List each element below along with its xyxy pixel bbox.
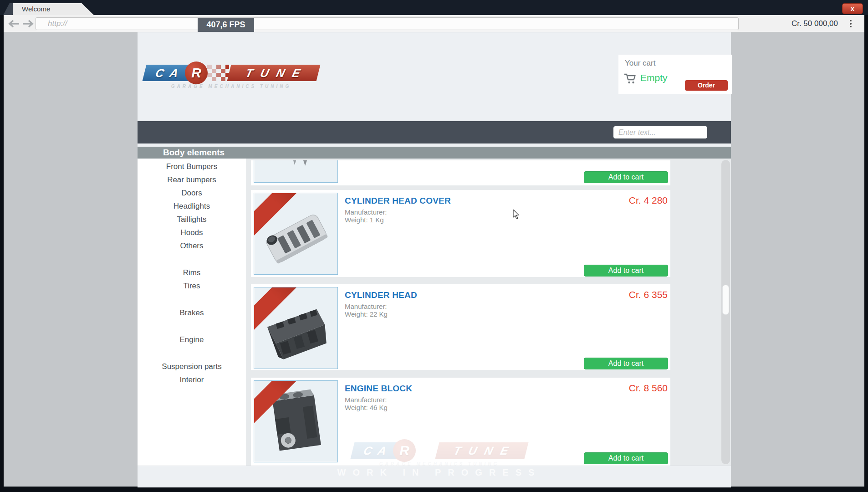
product-price: Cr. 8 560 (629, 383, 668, 394)
logo-emblem-circle: R (185, 62, 208, 84)
category-sidebar: Front Bumpers Rear bumpers Doors Headlig… (138, 159, 246, 466)
search-input[interactable] (613, 126, 707, 138)
product-card: CYLINDER HEAD COVER Cr. 4 280 Manufactur… (251, 190, 670, 277)
product-image[interactable] (254, 380, 338, 462)
sidebar-item-headlights[interactable]: Headlights (138, 200, 246, 213)
product-price: Cr. 6 355 (629, 289, 668, 300)
back-arrow-icon[interactable] (7, 20, 20, 28)
product-image[interactable] (254, 160, 338, 183)
cart-status: Empty (640, 72, 668, 83)
sidebar-item-doors[interactable]: Doors (138, 186, 246, 200)
logo-subtitle: GARAGE MECHANICS TUNING (143, 84, 319, 89)
browser-toolbar: 407,6 FPS Cr. 50 000,00 (4, 15, 864, 32)
valve-tips-image (254, 160, 337, 182)
shopping-cart-icon (624, 73, 637, 85)
cart-panel: Your cart Empty Order (618, 55, 732, 94)
product-title[interactable]: CYLINDER HEAD (345, 290, 417, 300)
watermark-logo: CA TUNE R GARAGE MECHANICS TUNING (352, 439, 527, 469)
add-to-cart-button[interactable]: Add to cart (584, 265, 668, 277)
fps-counter: 407,6 FPS (198, 18, 254, 32)
cartune-logo: CA TUNE R GARAGE MECHANICS TUNING (143, 62, 319, 92)
forward-arrow-icon[interactable] (22, 20, 35, 28)
sidebar-item-rims[interactable]: Rims (138, 266, 246, 279)
checker-flag-icon (207, 65, 229, 81)
sidebar-item-tires[interactable]: Tires (138, 279, 246, 292)
product-manufacturer: Manufacturer: (345, 302, 387, 310)
product-price: Cr. 4 280 (629, 195, 668, 206)
order-button[interactable]: Order (685, 80, 728, 91)
category-header: Body elements (138, 147, 731, 159)
work-in-progress-text: WORK IN PROGRESS (324, 467, 554, 478)
browser-tab-bar: Welcome x (0, 0, 868, 15)
cartune-shop-page: CA TUNE R GARAGE MECHANICS TUNING Your c… (138, 32, 731, 487)
mouse-cursor (513, 210, 520, 220)
close-window-button[interactable]: x (842, 3, 863, 14)
tab-title: Welcome (22, 5, 50, 13)
sidebar-item-interior[interactable]: Interior (138, 373, 246, 386)
credits-balance: Cr. 50 000,00 (791, 19, 838, 28)
sidebar-item-taillights[interactable]: Taillights (138, 213, 246, 226)
sidebar-item-rear-bumpers[interactable]: Rear bumpers (138, 173, 246, 186)
sidebar-item-others[interactable]: Others (138, 239, 246, 252)
product-weight: Weight: 46 Kg (345, 404, 388, 411)
sidebar-item-engine[interactable]: Engine (138, 333, 246, 346)
product-image[interactable] (254, 193, 338, 275)
product-image[interactable] (254, 287, 338, 369)
sidebar-item-brakes[interactable]: Brakes (138, 306, 246, 319)
product-weight: Weight: 1 Kg (345, 216, 384, 224)
sidebar-item-hoods[interactable]: Hoods (138, 226, 246, 239)
product-weight: Weight: 22 Kg (345, 310, 388, 318)
cart-panel-title: Your cart (625, 59, 655, 68)
product-card-partial: Add to cart (251, 160, 670, 185)
sidebar-item-suspension-parts[interactable]: Suspension parts (138, 360, 246, 373)
product-title[interactable]: CYLINDER HEAD COVER (345, 196, 451, 206)
add-to-cart-button[interactable]: Add to cart (584, 358, 668, 369)
scrollbar-thumb[interactable] (722, 285, 729, 315)
logo-word-right: TUNE (227, 65, 321, 81)
product-title[interactable]: ENGINE BLOCK (345, 384, 412, 394)
product-manufacturer: Manufacturer: (345, 208, 387, 216)
sidebar-item-front-bumpers[interactable]: Front Bumpers (138, 160, 246, 173)
menu-dots-icon[interactable] (848, 19, 853, 28)
product-manufacturer: Manufacturer: (345, 396, 387, 404)
add-to-cart-button[interactable]: Add to cart (584, 171, 668, 183)
shop-nav-bar (138, 121, 731, 144)
tab-welcome[interactable]: Welcome (13, 3, 94, 15)
product-card: CYLINDER HEAD Cr. 6 355 Manufacturer: We… (251, 284, 670, 370)
add-to-cart-button[interactable]: Add to cart (584, 452, 668, 464)
address-bar-input[interactable] (36, 17, 739, 30)
